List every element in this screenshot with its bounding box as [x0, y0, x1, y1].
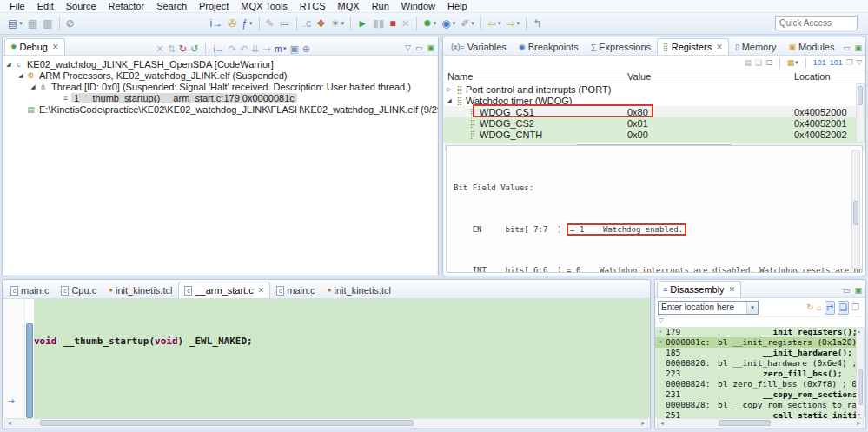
register-row[interactable]: ◢ ⣿ Watchdog timer (WDOG) [443, 95, 865, 106]
view-tab[interactable]: (x)= Variables [445, 38, 513, 55]
register-row[interactable]: ⡿ WDOG_CS2 0x01 0x40052001 [443, 117, 865, 129]
tree-expander-icon[interactable]: ◢ [4, 61, 13, 68]
register-row[interactable]: ⡿ WDOG_CNTH 0x00 0x40052002 [443, 129, 865, 140]
toolbar-icon[interactable]: ✹ ▾ [421, 16, 440, 31]
menu-item[interactable]: Refactor [103, 0, 151, 13]
scroll-right-icon[interactable]: ▸ [639, 420, 647, 427]
maximize-icon[interactable]: ▣ [854, 286, 862, 295]
toolbar-icon[interactable]: ✎ [263, 16, 277, 31]
editor-tab[interactable]: c main.c [270, 282, 321, 298]
view-tab[interactable]: ∑ Expressions [585, 38, 657, 55]
toolbar-icon[interactable]: ↰ [530, 16, 544, 31]
disassembly-line[interactable]: 00000824: bl zero_fill_bss (0x7f8) ; 0 [655, 379, 856, 389]
editor-tab[interactable]: c Cpu.c [55, 282, 103, 298]
column-header-name[interactable]: Name [443, 71, 627, 82]
debug-toolbar-icon[interactable]: ⇊ [251, 43, 259, 55]
registers-toolbar-icon[interactable]: 101 [813, 56, 826, 69]
disassembly-toolbar-icon[interactable]: ⇄ [825, 301, 835, 315]
toolbar-icon[interactable]: ƒ ▾ [239, 16, 255, 31]
dropdown-arrow-icon[interactable]: ▾ [453, 20, 456, 27]
disassembly-line[interactable]: ➔ 179 __init_registers(); [655, 327, 856, 337]
debug-toolbar-icon[interactable]: m ▾ [275, 43, 287, 55]
column-header-location[interactable]: Location [794, 71, 865, 82]
close-icon[interactable]: ✕ [716, 43, 723, 51]
dropdown-arrow-icon[interactable]: ▾ [795, 56, 798, 69]
toolbar-icon[interactable]: ✕ [399, 16, 413, 31]
toolbar-icon[interactable]: ► [354, 16, 370, 31]
tab-debug[interactable]: ✹ Debug ✕ [4, 38, 65, 55]
register-row[interactable]: ⡿ WDOG_CS1 0x80 0x40052000 [443, 106, 865, 117]
toolbar-icon[interactable]: ▤ ▾ [5, 16, 25, 31]
dropdown-arrow-icon[interactable]: ▾ [517, 20, 520, 27]
editor-tab[interactable]: c __arm_start.c ✕ [178, 282, 270, 298]
view-tab[interactable]: ◉ Breakpoints [513, 38, 585, 55]
scroll-left-icon[interactable]: ◂ [658, 420, 666, 427]
registers-toolbar-icon[interactable]: ❐ [846, 56, 853, 69]
toolbar-icon[interactable]: ▦ [25, 16, 40, 31]
editor-hscrollbar[interactable]: ◂ ▸ [4, 418, 648, 429]
view-menu-icon[interactable]: ▽ [857, 56, 862, 69]
toolbar-icon[interactable]: ✇ [225, 16, 239, 31]
scroll-thumb[interactable] [40, 420, 414, 426]
debug-toolbar-icon[interactable]: ↻ [179, 43, 187, 55]
dropdown-arrow-icon[interactable]: ▾ [471, 20, 474, 27]
toolbar-icon[interactable]: ✶ ▾ [328, 16, 348, 31]
toolbar-icon[interactable]: ⇨ ▾ [503, 16, 522, 31]
disassembly-listing[interactable]: ➔ 179 __init_registers(); ➔ 0000081c: bl… [655, 327, 856, 418]
close-icon[interactable]: ✕ [729, 285, 736, 294]
menu-item[interactable]: Help [441, 0, 474, 13]
disassembly-line[interactable]: ➔ 0000081c: bl __init_registers (0x1a20)… [655, 337, 856, 348]
tab-disassembly[interactable]: ≡ Disassembly ✕ [657, 281, 741, 297]
bitpane-vscrollbar[interactable] [851, 150, 860, 269]
disassembly-line[interactable]: 00000820: bl __init_hardware (0x6e4) ; 0 [655, 358, 856, 369]
toolbar-icon[interactable]: ■ [387, 16, 398, 31]
tree-expander-icon[interactable]: ▷ [445, 86, 454, 93]
toolbar-icon[interactable]: i→ [208, 16, 226, 31]
code-area[interactable]: void __thumb_startup(void) _EWL_NAKED; v… [34, 299, 650, 418]
menu-item[interactable]: File [3, 0, 31, 13]
dropdown-arrow-icon[interactable]: ▾ [283, 43, 287, 55]
disassembly-line[interactable]: 251 __call_static_initialize [655, 410, 856, 418]
registers-toolbar-icon[interactable]: ❏ [755, 56, 762, 69]
debug-toolbar-icon[interactable]: ↺ [190, 43, 198, 55]
toolbar-icon[interactable]: ◉ ▾ [439, 16, 458, 31]
menu-item[interactable]: Run [366, 0, 395, 13]
disassembly-toolbar-icon[interactable]: ↻ [806, 302, 813, 314]
code-editor[interactable]: ➔ void __thumb_startup(void) _EWL_NAKED;… [3, 299, 650, 418]
registers-vscrollbar[interactable] [856, 83, 865, 143]
view-tab[interactable]: ▣ Modules [782, 38, 840, 55]
editor-tab[interactable]: ● init_kinetis.tcl [321, 282, 397, 298]
dropdown-arrow-icon[interactable]: ▾ [341, 20, 345, 27]
scroll-thumb[interactable] [853, 201, 858, 225]
toolbar-icon[interactable]: ❖ [314, 16, 328, 31]
bit-field-description-pane[interactable]: Bit Field Values: EN bits[ 7:7 ] = 1 Wat… [446, 145, 863, 273]
toolbar-icon[interactable]: ⊘ [63, 16, 77, 31]
menu-item[interactable]: Edit [31, 0, 60, 13]
debug-tree-row[interactable]: ◢ ⚙ ARM Processors, KE02_watchdog_JLINK.… [3, 70, 438, 81]
scroll-thumb[interactable] [719, 420, 771, 426]
dropdown-arrow-icon[interactable]: ▾ [249, 20, 253, 27]
maximize-icon[interactable]: ▣ [854, 43, 862, 52]
close-icon[interactable]: ✕ [52, 43, 59, 51]
debug-toolbar-icon[interactable]: ▣ [289, 43, 298, 55]
toolbar-icon[interactable]: ✐ ▾ [458, 16, 477, 31]
toolbar-icon[interactable]: ⇦ ▾ [485, 16, 504, 31]
minimize-icon[interactable]: ▭ [415, 43, 423, 52]
debug-tree-row[interactable]: ▤ E:\KinetisCode\practice\KE02\KE02_watc… [3, 103, 438, 115]
scroll-thumb[interactable] [858, 86, 863, 105]
scroll-left-icon[interactable]: ◂ [5, 420, 14, 427]
scroll-down-icon[interactable]: ▾ [858, 411, 860, 417]
debug-toolbar-icon[interactable]: ✕ [156, 43, 164, 55]
menu-item[interactable]: Window [395, 0, 441, 13]
chevron-down-icon[interactable]: ▾ [746, 302, 758, 314]
quick-access-input[interactable] [775, 16, 858, 30]
register-row[interactable]: ▷ ⣿ Port control and interrupts (PORT) [443, 83, 865, 95]
dropdown-arrow-icon[interactable]: ▾ [498, 20, 501, 27]
breadcrumb-toggle[interactable]: ▽ [655, 317, 865, 326]
close-icon[interactable]: ✕ [258, 286, 265, 295]
view-tab[interactable]: ▯ Memory [729, 38, 783, 55]
menu-item[interactable]: RTCS [294, 0, 332, 13]
registers-toolbar-icon[interactable]: ⊟ [765, 56, 772, 69]
registers-toolbar-icon[interactable]: ▤ [745, 56, 752, 69]
debug-tree-row[interactable]: ◢ c KE02_watchdog_JLINK_FLASH_OpenSDA [C… [3, 58, 438, 70]
